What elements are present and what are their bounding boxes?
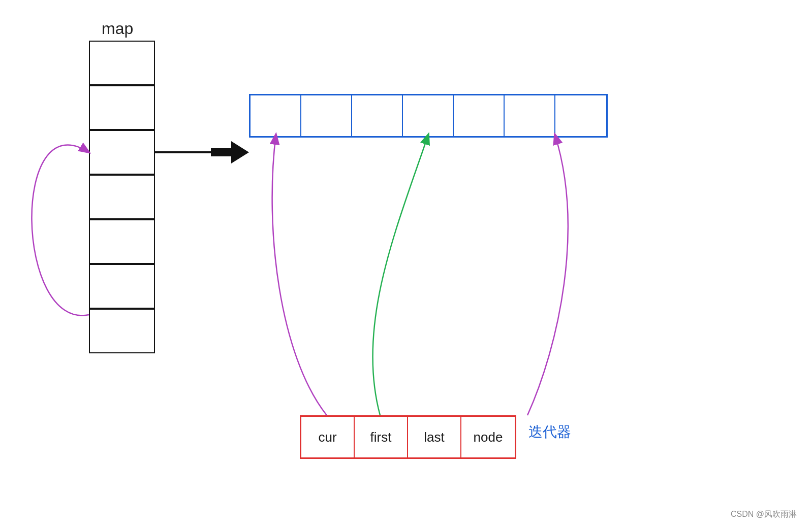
map-cell-4 bbox=[89, 219, 155, 264]
svg-marker-6 bbox=[211, 141, 249, 163]
map-cell-0 bbox=[89, 41, 155, 85]
iterator-box: cur first last node bbox=[300, 415, 516, 459]
map-label: map bbox=[102, 19, 133, 38]
bucket-cell-1 bbox=[301, 95, 352, 136]
bucket-cell-5 bbox=[505, 95, 555, 136]
bucket-cell-6 bbox=[555, 95, 606, 136]
iter-first: first bbox=[355, 417, 408, 457]
map-cell-6 bbox=[89, 309, 155, 353]
iter-node: node bbox=[461, 417, 515, 457]
bucket-cell-2 bbox=[352, 95, 403, 136]
map-cell-2 bbox=[89, 130, 155, 175]
map-array bbox=[89, 41, 155, 353]
iter-cur: cur bbox=[301, 417, 355, 457]
bucket-cell-3 bbox=[403, 95, 454, 136]
map-cell-3 bbox=[89, 175, 155, 219]
bucket-cell-0 bbox=[251, 95, 301, 136]
bucket-array bbox=[249, 94, 608, 138]
iter-last: last bbox=[408, 417, 461, 457]
diagram: map cur first last node 迭代器 CSDN @风吹雨淋 bbox=[0, 0, 812, 529]
map-cell-5 bbox=[89, 264, 155, 309]
iterator-label: 迭代器 bbox=[528, 422, 571, 442]
watermark: CSDN @风吹雨淋 bbox=[731, 509, 797, 520]
bucket-cell-4 bbox=[454, 95, 505, 136]
map-cell-1 bbox=[89, 85, 155, 130]
